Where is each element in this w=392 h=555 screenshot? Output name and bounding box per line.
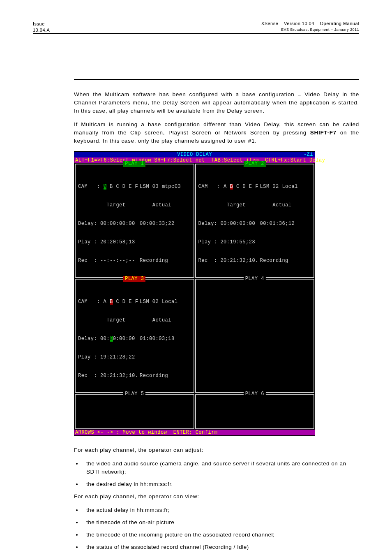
panel-title-5: PLAY 5 (123, 391, 145, 397)
paragraph-2: If Multicam is running a base configurat… (74, 120, 359, 146)
p2-cam-pre: CAM : A (198, 184, 230, 190)
p1-recval: Recording (140, 258, 168, 264)
panel-title-4: PLAY 4 (244, 276, 266, 282)
panel-play-4: PLAY 4 (195, 279, 315, 393)
terminal-title-bar: VIDEO DELAY -Zi (74, 152, 315, 157)
p1-delay-val: 00:00:33;22 (140, 221, 175, 227)
header-sub: EVS Broadcast Equipment – January 2011 (281, 28, 359, 32)
p2-target-val: Actual (260, 202, 292, 208)
page-header: Issue 10.04.A XSense – Version 10.04 – O… (33, 21, 359, 34)
terminal-screenshot: VIDEO DELAY -Zi ALT+F1=>F6:Select window… (74, 151, 315, 436)
p2-src: LSM 02 Local (260, 184, 298, 190)
p1-delay: Delay: 00:00:00:00 (78, 221, 140, 227)
adjust-intro: For each play channel, the operator can … (74, 446, 359, 454)
p1-cam-pre: CAM : (78, 184, 104, 190)
panel-play-6: PLAY 6 (195, 394, 315, 429)
header-issue: Issue (33, 21, 45, 26)
view-list: the actual delay in hh:mm:ss:fr; the tim… (74, 506, 359, 552)
panel-title-3: PLAY 3 (123, 276, 145, 282)
p2-cam-rest: C D E F (233, 184, 258, 190)
p3-delay-pre: Delay: 00: (78, 336, 110, 342)
view-item-4: the status of the associated record chan… (82, 543, 359, 551)
terminal-key-hints: ALT+F1=>F6:Select window SH+F7:Select ne… (74, 157, 315, 163)
terminal-footer: ARROWS <- -> : Move to window ENTER: Con… (74, 430, 315, 435)
p1-src: LSM 03 mtpc03 (140, 184, 181, 190)
panel-title-1: PLAY 1 (123, 161, 145, 167)
p2-recval: Recording (260, 258, 288, 264)
view-intro: For each play channel, the operator can … (74, 493, 359, 501)
p3-delay-post: 0:00:00 (113, 336, 135, 342)
p1-rec: Rec : --:--:--;-- (78, 258, 140, 264)
panel-play-2: PLAY 2 CAM : A B C D E FLSM 02 Local Tar… (195, 164, 315, 278)
content-area: When the Multicam software has been conf… (74, 79, 359, 552)
p1-cam-rest: B C D E F (106, 184, 138, 190)
view-item-2: the timecode of the on-air picture (82, 518, 359, 527)
p3-delay-val: 01:00:03;18 (140, 336, 175, 342)
shift-f7-key: SHIFT-F7 (310, 130, 337, 136)
header-left: Issue 10.04.A (33, 21, 50, 34)
panel-title-2: PLAY 2 (244, 161, 266, 167)
header-right: XSense – Version 10.04 – Operating Manua… (261, 21, 359, 32)
p1-target: Target (78, 202, 140, 208)
p3-rec: Rec : 20:21:32;10. (78, 373, 140, 379)
p3-target: Target (78, 317, 140, 324)
p3-cam-pre: CAM : A (78, 299, 110, 305)
terminal-title: VIDEO DELAY (177, 152, 212, 157)
section-rule (74, 79, 359, 80)
panel-play-3: PLAY 3 CAM : A B C D E FLSM 02 Local Tar… (75, 279, 194, 393)
p3-play: Play : 19:21:28;22 (78, 354, 140, 361)
p2-delay: Delay: 00:00:00:00 (198, 221, 260, 227)
view-item-1: the actual delay in hh:mm:ss:fr; (82, 506, 359, 514)
header-title: XSense – Version 10.04 – Operating Manua… (261, 21, 359, 26)
p3-cam-hl: B (110, 299, 113, 305)
p3-cam-rest: C D E F (113, 299, 138, 305)
p2-target: Target (198, 202, 260, 208)
panel-title-6: PLAY 6 (244, 391, 266, 397)
terminal-panels: PLAY 1 CAM : A B C D E FLSM 03 mtpc03 Ta… (74, 163, 315, 430)
p1-target-val: Actual (140, 202, 171, 208)
p2-play: Play : 20:19:55;28 (198, 239, 260, 245)
p1-play: Play : 20:20:58;13 (78, 239, 140, 245)
header-issue-ver: 10.04.A (33, 28, 50, 32)
paragraph-1: When the Multicam software has been conf… (74, 90, 359, 116)
p2-delay-val: 00:01:36;12 (260, 221, 295, 227)
adjust-item-2: the desired delay in hh:mm:ss:fr. (82, 480, 359, 488)
p3-target-val: Actual (140, 317, 171, 324)
view-item-3: the timecode of the incoming picture on … (82, 531, 359, 539)
p3-delay-hl: 0 (110, 336, 113, 342)
p3-src: LSM 02 Local (140, 299, 178, 305)
p3-recval: Recording (140, 373, 168, 379)
p2-rec: Rec : 20:21:32;10. (198, 258, 260, 264)
adjust-list: the video and audio source (camera angle… (74, 460, 359, 489)
terminal-tag: -Zi (304, 152, 313, 157)
panel-play-1: PLAY 1 CAM : A B C D E FLSM 03 mtpc03 Ta… (75, 164, 194, 278)
panel-play-5: PLAY 5 (75, 394, 194, 429)
adjust-item-1: the video and audio source (camera angle… (82, 460, 359, 476)
